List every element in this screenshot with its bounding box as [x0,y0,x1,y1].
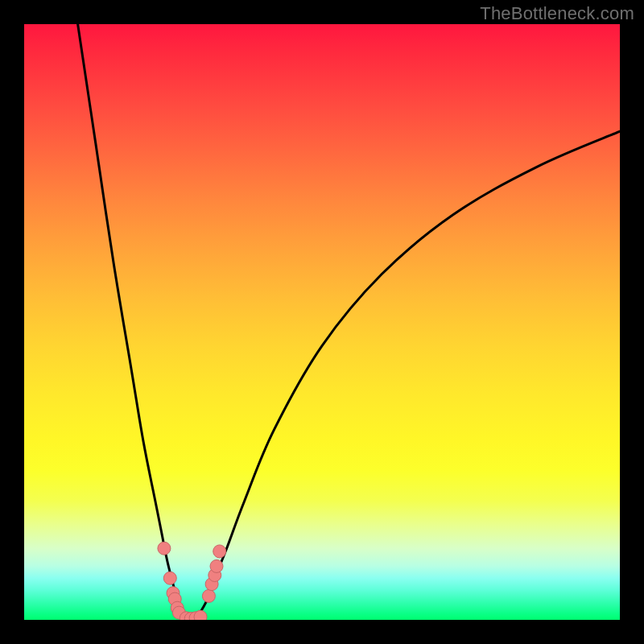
data-point [210,559,223,572]
chart-svg [24,24,620,620]
data-point [194,610,207,620]
curve-layer [78,24,620,620]
data-point [213,545,226,558]
plot-area [24,24,620,620]
curve-left-branch [78,24,192,620]
data-point [202,589,215,602]
chart-frame: TheBottleneck.com [0,0,644,644]
marker-layer [158,542,226,620]
curve-right-branch [191,131,620,620]
data-point [158,542,171,555]
watermark-text: TheBottleneck.com [480,3,634,24]
data-point [163,572,176,584]
